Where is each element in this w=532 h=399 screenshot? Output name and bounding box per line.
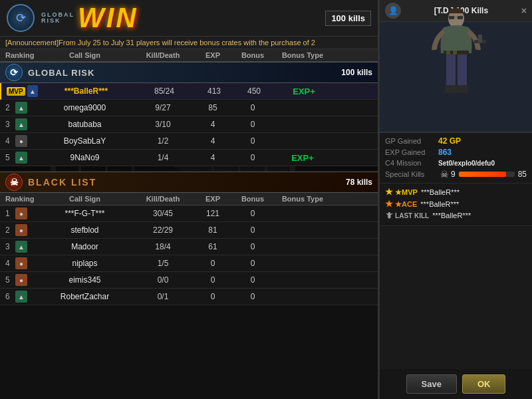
rank-num: 2 — [5, 103, 13, 112]
svg-rect-10 — [446, 53, 456, 86]
bonus-cell: 450 — [234, 86, 274, 96]
player-name: BoySabLaY — [37, 136, 133, 146]
svg-rect-15 — [446, 51, 450, 55]
exp-cell: 81 — [193, 225, 233, 235]
exp-stat-row: EXP Gained 863 — [385, 148, 527, 157]
svg-rect-9 — [478, 35, 482, 43]
kd-cell: 9/27 — [133, 103, 193, 112]
table-row[interactable]: 3 ▲ batubaba 3/10 4 0 — [0, 116, 378, 133]
awards-section: ★ ★MVP ***BalleR*** ★ ★ACE ***BalleR*** … — [380, 184, 532, 226]
logo-circle: ⟳ — [7, 4, 35, 32]
table-row[interactable]: 2 ● stefblod 22/29 81 0 — [0, 222, 378, 239]
save-button[interactable]: Save — [406, 374, 457, 394]
bl-col-killdeath: Kill/Death — [133, 195, 193, 203]
last-kill-row: 🗡 LAST KILL ***BalleR*** — [385, 211, 527, 220]
black-list-banner: ☠ BLACK LIST 78 kills — [0, 172, 378, 193]
kd-cell: 0/0 — [133, 275, 193, 285]
c4-label: C4 Mission — [385, 159, 438, 167]
stats-section: GP Gained 42 GP EXP Gained 863 C4 Missio… — [380, 133, 532, 184]
special-kills-bar — [459, 172, 515, 177]
table-row[interactable]: 1 ● ***F-G-T*** 30/45 121 0 — [0, 205, 378, 222]
kd-cell: 85/24 — [134, 86, 194, 96]
exp-cell: 4 — [193, 136, 233, 146]
c4-value: Set0/explo0/defu0 — [438, 160, 495, 167]
table-row[interactable]: 4 ● niplaps 1/5 0 0 — [0, 255, 378, 272]
c4-stat-row: C4 Mission Set0/explo0/defu0 — [385, 159, 527, 167]
announcement-bar: [Announcement]From July 25 to July 31 pl… — [0, 37, 378, 49]
kd-cell: 3/10 — [133, 120, 193, 129]
knife-icon: 🗡 — [385, 211, 393, 220]
exp-cell: 4 — [193, 153, 233, 162]
table-row[interactable]: 6 ▲ RobertZachar 0/1 0 0 — [0, 289, 378, 305]
ace-star-icon: ★ — [385, 199, 393, 209]
special-bar-num: 85 — [518, 170, 527, 179]
right-panel: 👤 [T.D.] 100 Kills × — [379, 0, 532, 399]
svg-rect-6 — [458, 16, 463, 19]
bonus-cell: 0 — [233, 103, 273, 112]
win-text: WIN — [78, 2, 138, 34]
close-button[interactable]: × — [521, 5, 527, 16]
global-risk-banner: ⟳ GLOBAL RISK 100 kills — [0, 62, 378, 83]
rank-icon: ▲ — [15, 152, 27, 164]
kd-cell: 30/45 — [133, 209, 193, 218]
rank-num: 5 — [5, 275, 13, 285]
bottom-buttons: Save OK — [380, 369, 532, 399]
table-row[interactable]: 3 ▲ Madoor 18/4 61 0 — [0, 239, 378, 255]
ace-award-row: ★ ★ACE ***BalleR*** — [385, 199, 527, 209]
rank-cell: 3 ▲ — [0, 241, 37, 253]
ace-badge: ★ ★ACE — [385, 199, 417, 209]
exp-cell: 0 — [193, 259, 233, 268]
bl-table-header: Ranking Call Sign Kill/Death EXP Bonus B… — [0, 193, 378, 205]
bonus-cell: 0 — [233, 292, 273, 301]
exp-cell: 85 — [193, 103, 233, 112]
kills-badge: 100 kills — [325, 11, 371, 26]
rank-cell: 2 ● — [0, 224, 37, 236]
ok-button[interactable]: OK — [462, 374, 506, 394]
table-row[interactable]: 2 ▲ omega9000 9/27 85 0 — [0, 100, 378, 116]
left-panel: ⟳ GLOBAL RISK WIN 100 kills [Announcemen… — [0, 0, 379, 399]
col-exp: EXP — [193, 51, 233, 59]
col-bonus: Bonus — [233, 51, 273, 59]
last-kill-name: ***BalleR*** — [432, 211, 471, 219]
bl-col-bonus: Bonus — [233, 195, 273, 203]
character-area: 👤 [T.D.] 100 Kills × — [380, 0, 532, 133]
player-name: Madoor — [37, 242, 133, 251]
black-list-logo: ☠ — [5, 174, 23, 191]
gp-value: 42 GP — [438, 136, 461, 146]
bonus-type-cell: EXP+ — [274, 86, 334, 96]
table-row[interactable]: 4 ● BoySabLaY 1/2 4 0 — [0, 133, 378, 150]
player-name: ***F-G-T*** — [37, 209, 133, 218]
rank-num: 2 — [5, 225, 13, 235]
special-kills-row: Special Kills ☠ 9 85 — [385, 169, 527, 180]
header-bar: ⟳ GLOBAL RISK WIN 100 kills — [0, 0, 378, 37]
svg-rect-13 — [456, 85, 468, 93]
character-figure — [416, 3, 496, 113]
skull-icon: ☠ — [440, 169, 449, 180]
mvp-badge: ★ ★MVP — [385, 187, 418, 197]
table-row[interactable]: 5 ▲ 9NaNo9 1/4 4 0 EXP+ — [0, 150, 378, 166]
last-kill-badge: 🗡 LAST KILL — [385, 211, 429, 220]
exp-cell: 121 — [193, 209, 233, 218]
bonus-cell: 0 — [233, 209, 273, 218]
table-row[interactable]: 5 ● eimis345 0/0 0 0 — [0, 272, 378, 289]
table-row[interactable]: MVP ▲ ***BalleR*** 85/24 413 450 EXP+ — [0, 83, 378, 100]
bonus-type-cell: EXP+ — [273, 153, 332, 163]
rank-icon: ● — [15, 224, 27, 236]
player-name: batubaba — [37, 120, 133, 129]
main-container: ⟳ GLOBAL RISK WIN 100 kills [Announcemen… — [0, 0, 532, 399]
exp-cell: 4 — [193, 120, 233, 129]
rank-icon: ● — [15, 274, 27, 286]
svg-rect-16 — [453, 51, 457, 55]
kd-cell: 1/4 — [133, 153, 193, 162]
mvp-name: ***BalleR*** — [421, 188, 460, 196]
ace-name: ***BalleR*** — [420, 200, 459, 208]
bonus-cell: 0 — [233, 259, 273, 268]
rank-num: 1 — [5, 209, 13, 218]
rank-icon: ▲ — [15, 241, 27, 253]
col-bonustype: Bonus Type — [273, 51, 332, 59]
rank-num: 3 — [5, 120, 13, 129]
player-name: 9NaNo9 — [37, 153, 133, 162]
exp-cell: 61 — [193, 242, 233, 251]
player-name: ***BalleR*** — [38, 86, 134, 96]
global-risk-logo: ⟳ — [5, 64, 23, 81]
